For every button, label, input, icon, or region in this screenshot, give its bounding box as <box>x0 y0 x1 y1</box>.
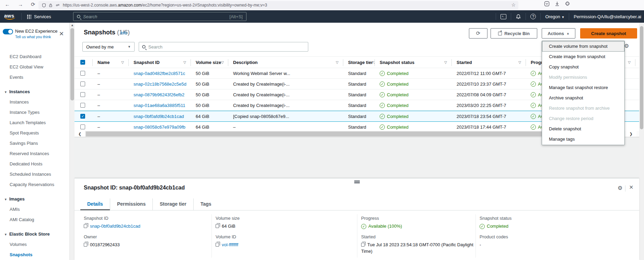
filter-icon[interactable]: ▽ <box>183 61 186 64</box>
column-header-name[interactable]: Name▽ <box>93 57 129 68</box>
sidebar-item-dedicated-hosts[interactable]: Dedicated Hosts <box>0 159 69 169</box>
services-menu[interactable]: Services <box>27 10 51 23</box>
sidebar-item-launch-templates[interactable]: Launch Templates <box>0 118 69 128</box>
table-settings-gear-icon[interactable]: ⚙ <box>624 43 629 49</box>
column-header-volume-size[interactable]: Volume size▽ <box>191 57 228 68</box>
column-header-started[interactable]: Started▽ <box>452 57 526 68</box>
create-snapshot-button[interactable]: Create snapshot <box>580 28 637 39</box>
actions-button[interactable]: Actions▲ <box>542 28 575 39</box>
content-left-scrollbar[interactable]: ▲ <box>69 23 74 260</box>
menu-item-create-volume-from-snapshot[interactable]: Create volume from snapshot <box>542 41 624 52</box>
copy-icon[interactable] <box>361 243 365 247</box>
select-all-checkbox[interactable]: – <box>80 60 85 65</box>
sidebar-item-instances[interactable]: ▼Instances <box>0 87 69 97</box>
scroll-left-icon[interactable]: ❮ <box>74 131 85 137</box>
menu-item-delete-snapshot[interactable]: Delete snapshot <box>542 124 624 134</box>
new-experience-toggle[interactable] <box>3 29 13 34</box>
sidebar-item-events[interactable]: Events <box>0 72 69 83</box>
sidebar-item-elastic-block-store[interactable]: ▼Elastic Block Store <box>0 229 69 239</box>
sidebar-item-capacity-reservations[interactable]: Capacity Reservations <box>0 180 69 190</box>
region-selector[interactable]: Oregon ▼ <box>545 14 564 19</box>
scroll-right-icon[interactable]: ❯ <box>625 131 636 137</box>
sidebar-item-savings-plans[interactable]: Savings Plans <box>0 138 69 149</box>
panel-settings-gear-icon[interactable]: ⚙ <box>618 185 622 191</box>
window-scrollbar[interactable] <box>639 23 644 260</box>
row-checkbox[interactable] <box>80 82 85 86</box>
info-link[interactable]: Info <box>120 31 127 35</box>
snapshot-id-link[interactable]: snap-02c18b7568e2c5e5d <box>134 82 186 87</box>
permissions-icon[interactable] <box>55 3 60 8</box>
refresh-button[interactable]: ⟳ <box>469 28 487 39</box>
forward-icon[interactable]: → <box>18 1 23 7</box>
tab-permissions[interactable]: Permissions <box>110 198 153 210</box>
recycle-bin-button[interactable]: Recycle Bin <box>491 28 537 39</box>
tracking-shield-icon[interactable] <box>42 3 46 8</box>
reload-icon[interactable]: ⟳ <box>31 1 35 8</box>
global-search-input[interactable]: Search [Alt+S] <box>73 12 246 21</box>
sidebar-item-reserved-instances[interactable]: Reserved Instances <box>0 149 69 159</box>
back-icon[interactable]: ← <box>5 1 10 7</box>
copy-icon[interactable] <box>84 243 87 247</box>
ownership-filter-select[interactable]: Owned by me▼ <box>82 42 135 52</box>
help-icon[interactable]: ? <box>530 14 536 19</box>
feedback-link[interactable]: Tell us what you think <box>15 35 51 39</box>
cloudshell-icon[interactable]: >. <box>501 14 506 19</box>
column-header-description[interactable]: Description▽ <box>228 57 343 68</box>
tab-tags[interactable]: Tags <box>194 198 218 210</box>
copy-icon[interactable] <box>84 224 87 228</box>
tab-storage-tier[interactable]: Storage tier <box>153 198 194 210</box>
filter-icon[interactable]: ▽ <box>221 61 224 64</box>
row-checkbox[interactable]: ✓ <box>80 114 85 119</box>
downloads-icon[interactable] <box>554 1 560 7</box>
aws-logo[interactable]: aws <box>4 13 14 19</box>
column-header-snapshot-status[interactable]: Snapshot status▽ <box>375 57 452 68</box>
tab-details[interactable]: Details <box>80 198 110 210</box>
snapshot-id-link[interactable]: snap-0ad0482fbe2c8571c <box>134 71 185 76</box>
sidebar-item-ec2-global-view[interactable]: EC2 Global View <box>0 62 69 72</box>
copy-icon[interactable] <box>216 243 219 247</box>
filter-icon[interactable]: ▽ <box>518 61 521 64</box>
sidebar-item-images[interactable]: ▼Images <box>0 194 69 204</box>
snapshot-id-link[interactable]: snap-08058c67e979a09fb <box>134 124 185 130</box>
column-header-storage-tier[interactable]: Storage tier▽ <box>343 57 375 68</box>
row-checkbox[interactable] <box>80 71 85 76</box>
menu-item-copy-snapshot[interactable]: Copy snapshot <box>542 62 624 72</box>
account-menu[interactable]: Permission-QA/llu@stellarcyber.ai <box>574 14 641 19</box>
url-bar[interactable]: https://us-west-2.console.aws.amazon.com… <box>38 1 518 9</box>
lock-icon[interactable] <box>49 3 53 8</box>
sidebar-item-scheduled-instances[interactable]: Scheduled Instances <box>0 169 69 180</box>
row-checkbox[interactable] <box>80 103 85 108</box>
sidebar-item-amis[interactable]: AMIs <box>0 204 69 215</box>
close-icon[interactable]: ✕ <box>59 30 64 37</box>
menu-item-manage-tags[interactable]: Manage tags <box>542 134 624 144</box>
sidebar-item-ec2-dashboard[interactable]: EC2 Dashboard <box>0 52 69 62</box>
filter-icon[interactable]: ▽ <box>336 61 338 64</box>
sidebar-item-snapshots[interactable]: Snapshots <box>0 250 69 260</box>
notifications-bell-icon[interactable] <box>516 14 521 20</box>
filter-icon[interactable]: ▽ <box>628 61 631 64</box>
panel-close-icon[interactable]: × <box>629 183 633 191</box>
menu-item-manage-fast-snapshot-restore[interactable]: Manage fast snapshot restore <box>542 83 624 93</box>
field-value-link[interactable]: snap-0bf0afd9b24cb1cad <box>90 224 140 229</box>
snapshot-id-link[interactable]: snap-0879b96243f26efb2 <box>134 92 184 97</box>
scroll-up-icon[interactable]: ▲ <box>70 23 75 27</box>
row-checkbox[interactable] <box>80 124 85 129</box>
menu-item-archive-snapshot[interactable]: Archive snapshot <box>542 93 624 103</box>
filter-icon[interactable]: ▽ <box>121 61 124 64</box>
menu-item-create-image-from-snapshot[interactable]: Create image from snapshot <box>542 52 624 62</box>
extensions-icon[interactable] <box>565 1 570 7</box>
sidebar-item-ami-catalog[interactable]: AMI Catalog <box>0 215 69 225</box>
field-value-link[interactable]: vol-ffffffff <box>222 242 238 247</box>
snapshot-id-link[interactable]: snap-01ae68a6a3885f511 <box>134 103 185 108</box>
column-header-snapshot-id[interactable]: Snapshot ID▽ <box>129 57 191 68</box>
bookmark-star-icon[interactable]: ☆ <box>511 2 516 8</box>
sidebar-item-volumes[interactable]: Volumes <box>0 239 69 250</box>
snapshot-id-link[interactable]: snap-0bf0afd9b24cb1cad <box>134 114 184 119</box>
sidebar-item-spot-requests[interactable]: Spot Requests <box>0 128 69 138</box>
hscroll-thumb[interactable] <box>86 131 619 137</box>
copy-icon[interactable] <box>216 224 219 228</box>
column-header-checkbox[interactable]: – <box>74 57 93 68</box>
filter-icon[interactable]: ▽ <box>444 61 447 64</box>
sidebar-item-instances[interactable]: Instances <box>0 97 69 107</box>
table-search-input[interactable]: Search <box>139 42 308 52</box>
